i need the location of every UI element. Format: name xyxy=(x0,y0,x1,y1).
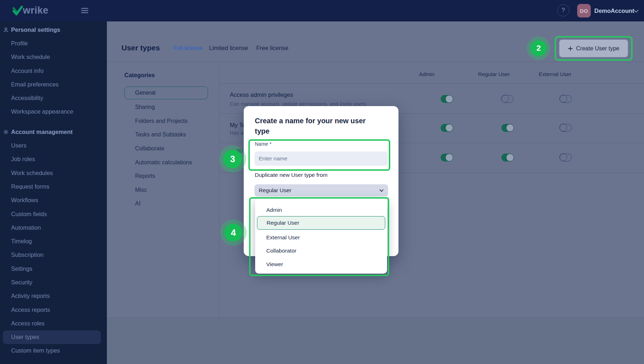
sidebar-item-users[interactable]: Users xyxy=(0,139,107,152)
chevron-down-icon xyxy=(379,189,384,192)
toggle-regular-row2[interactable] xyxy=(501,124,514,132)
sidebar-item-timelog[interactable]: Timelog xyxy=(0,234,107,248)
permission-row-title: Access admin privileges xyxy=(230,91,293,98)
sidebar-item-profile[interactable]: Profile xyxy=(0,36,107,50)
sidebar-item-automation[interactable]: Automation xyxy=(0,221,107,234)
step-number: 3 xyxy=(230,154,235,164)
category-ai[interactable]: AI xyxy=(135,197,192,211)
category-general-selected[interactable]: General xyxy=(124,86,208,99)
sidebar-item-request-forms[interactable]: Request forms xyxy=(0,180,107,193)
step-number: 2 xyxy=(536,44,541,53)
gear-icon xyxy=(3,129,11,135)
toggle-admin-row1[interactable] xyxy=(441,95,453,103)
tab-limited-license[interactable]: Limited license xyxy=(209,45,248,51)
toggle-regular-row1[interactable] xyxy=(501,95,514,103)
column-header-admin: Admin xyxy=(419,71,435,77)
column-header-external-user: External User xyxy=(539,71,571,77)
person-icon xyxy=(3,27,11,33)
duplicate-from-label: Duplicate new User type from xyxy=(255,172,327,178)
help-icon[interactable]: ? xyxy=(557,4,569,16)
section-label: Personal settings xyxy=(11,26,60,33)
category-reports[interactable]: Reports xyxy=(135,169,192,183)
annotation-box-create-button xyxy=(555,36,633,61)
annotation-step-2: 2 xyxy=(531,40,546,56)
toggle-admin-row2[interactable] xyxy=(441,124,453,132)
content-bottom-area xyxy=(107,318,644,364)
annotation-step-3: 3 xyxy=(223,150,242,168)
sidebar-item-access-roles[interactable]: Access roles xyxy=(0,316,107,330)
annotation-box-name-field xyxy=(248,139,390,171)
sidebar-item-accessibility[interactable]: Accessibility xyxy=(0,91,107,105)
section-personal-settings: Personal settings xyxy=(0,23,107,36)
categories-title: Categories xyxy=(124,72,155,79)
sidebar-item-workflows[interactable]: Workflows xyxy=(0,194,107,207)
sidebar-item-access-reports[interactable]: Access reports xyxy=(0,303,107,316)
step-number: 4 xyxy=(231,228,236,238)
permission-row-subtitle: Has al xyxy=(230,130,244,136)
section-label: Account management xyxy=(11,129,73,135)
sidebar-item-security[interactable]: Security xyxy=(0,275,107,289)
tab-free-license[interactable]: Free license xyxy=(256,45,288,51)
annotation-box-dropdown xyxy=(249,197,389,276)
help-glyph: ? xyxy=(561,7,565,14)
category-automatic-calculations[interactable]: Automatic calculations xyxy=(135,155,192,169)
sidebar-item-custom-item-types[interactable]: Custom item types xyxy=(0,344,107,358)
panel-divider xyxy=(219,62,219,318)
sidebar-item-work-schedules[interactable]: Work schedules xyxy=(0,166,107,180)
header-divider xyxy=(107,62,644,62)
avatar-initials: DO xyxy=(580,8,588,14)
topbar: wrike ? DO DemoAccount xyxy=(0,0,644,21)
modal-title: Create a name for your new user type xyxy=(255,116,378,136)
toggle-external-row3[interactable] xyxy=(560,154,572,161)
account-name[interactable]: DemoAccount xyxy=(594,8,634,14)
sidebar-item-email-preferences[interactable]: Email preferences xyxy=(0,78,107,91)
duplicate-from-select[interactable]: Regular User xyxy=(254,184,388,196)
column-header-regular-user: Regular User xyxy=(478,71,510,77)
sidebar-item-activity-reports[interactable]: Activity reports xyxy=(0,289,107,303)
settings-sidebar: Personal settings Profile Work schedule … xyxy=(0,21,107,364)
sidebar-item-account-info[interactable]: Account info xyxy=(0,64,107,78)
sidebar-item-workspace-appearance[interactable]: Workspace appearance xyxy=(0,105,107,119)
tab-full-license[interactable]: Full license xyxy=(173,45,203,51)
sidebar-item-settings[interactable]: Settings xyxy=(0,262,107,275)
sidebar-item-user-types[interactable]: User types xyxy=(3,330,101,344)
toggle-regular-row3[interactable] xyxy=(501,154,514,161)
row-divider xyxy=(219,83,644,84)
category-tasks-subtasks[interactable]: Tasks and Subtasks xyxy=(135,128,192,142)
wrike-logo-text: wrike xyxy=(23,5,49,16)
chevron-down-icon[interactable] xyxy=(633,9,639,13)
sidebar-item-job-roles[interactable]: Job roles xyxy=(0,153,107,166)
permission-row-title: My Te xyxy=(230,122,246,129)
toggle-external-row1[interactable] xyxy=(560,95,572,103)
toggle-admin-row3[interactable] xyxy=(441,154,453,161)
category-label: General xyxy=(135,90,155,96)
annotation-step-4: 4 xyxy=(224,224,242,241)
category-collaborate[interactable]: Collaborate xyxy=(135,142,192,156)
section-account-management: Account management xyxy=(0,125,107,139)
avatar[interactable]: DO xyxy=(577,4,591,18)
hamburger-menu-icon[interactable] xyxy=(81,8,88,14)
sidebar-item-work-schedule[interactable]: Work schedule xyxy=(0,50,107,64)
select-value: Regular User xyxy=(259,187,291,194)
page-title: User types xyxy=(122,44,160,52)
category-list: Sharing Folders and Projects Tasks and S… xyxy=(135,100,192,211)
toggle-external-row2[interactable] xyxy=(560,124,572,132)
sidebar-item-subscription[interactable]: Subscription xyxy=(0,248,107,262)
category-sharing[interactable]: Sharing xyxy=(135,100,192,114)
category-misc[interactable]: Misc xyxy=(135,183,192,197)
sidebar-item-custom-fields[interactable]: Custom fields xyxy=(0,207,107,221)
category-folders-projects[interactable]: Folders and Projects xyxy=(135,114,192,128)
wrike-logo-icon xyxy=(12,5,23,16)
